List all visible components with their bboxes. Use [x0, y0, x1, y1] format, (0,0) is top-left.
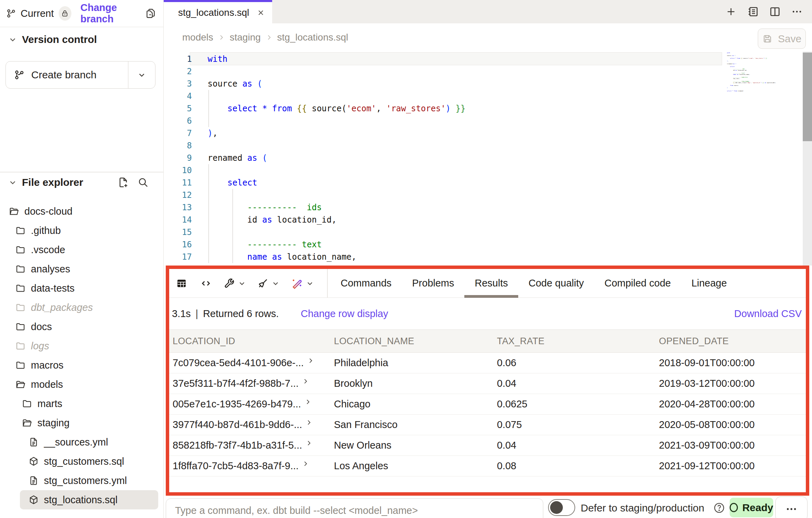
tree-item-.vscode[interactable]: .vscode	[0, 240, 164, 259]
cell-tax_rate: 0.0625	[497, 398, 659, 410]
preview-table-icon[interactable]	[176, 278, 187, 289]
expand-cell-icon[interactable]	[302, 378, 309, 385]
folder-icon	[22, 398, 32, 409]
new-tab-icon[interactable]	[724, 5, 738, 19]
branch-locked-badge	[59, 6, 72, 21]
expand-cell-icon[interactable]	[302, 460, 309, 467]
create-branch-button[interactable]: Create branch	[5, 61, 155, 89]
file-icon	[28, 475, 39, 486]
column-header-opened_date[interactable]: OPENED_DATE	[659, 336, 806, 347]
format-layout-icon[interactable]	[746, 5, 760, 19]
expand-cell-icon[interactable]	[307, 357, 314, 364]
table-row[interactable]: 37e5f311-b7f4-4f2f-988b-7...Brooklyn0.04…	[169, 373, 806, 394]
tree-item-__sources.yml[interactable]: __sources.yml	[0, 432, 164, 452]
chevron-down-icon[interactable]	[271, 279, 280, 288]
table-row[interactable]: 3977f440-b87d-461b-9dd6-...San Francisco…	[169, 415, 806, 435]
column-header-tax_rate[interactable]: TAX_RATE	[497, 336, 659, 347]
close-tab-icon[interactable]	[257, 9, 265, 17]
tree-item-stg_locations.sql[interactable]: stg_locations.sql	[20, 490, 158, 509]
breadcrumb-item[interactable]: stg_locations.sql	[277, 32, 348, 43]
copy-icon[interactable]	[145, 8, 156, 19]
more-options-icon[interactable]	[790, 5, 804, 19]
cell-tax_rate: 0.06	[497, 357, 659, 369]
code-line: ),	[208, 127, 716, 139]
tree-item-label: __sources.yml	[44, 437, 108, 448]
tree-item-docs[interactable]: docs	[0, 317, 164, 336]
version-control-section[interactable]: Version control	[8, 34, 97, 45]
help-icon[interactable]	[713, 502, 725, 514]
breadcrumb-item[interactable]: models	[182, 32, 213, 43]
tree-item-macros[interactable]: macros	[0, 356, 164, 375]
table-row[interactable]: 858218fb-73f7-4b1b-a31f-5...New Orleans0…	[169, 435, 806, 456]
tree-item-marts[interactable]: marts	[0, 394, 164, 413]
code-line: select * from {{ source('ecom', 'raw_sto…	[208, 102, 716, 115]
panel-tab-compiled-code[interactable]: Compiled code	[594, 269, 681, 298]
ready-label: Ready	[742, 502, 773, 514]
chevron-down-icon[interactable]	[238, 279, 246, 288]
new-file-icon[interactable]	[117, 177, 129, 188]
breadcrumb-item[interactable]: staging	[230, 32, 260, 43]
table-row[interactable]: 005e7e1c-1935-4269-b479...Chicago0.06252…	[169, 394, 806, 415]
file-explorer-title: File explorer	[22, 177, 83, 188]
tree-item-analyses[interactable]: analyses	[0, 259, 164, 279]
editor-scrollbar-thumb[interactable]	[803, 53, 812, 141]
search-icon[interactable]	[137, 177, 149, 188]
change-branch-link[interactable]: Change branch	[80, 2, 145, 25]
panel-tab-lineage[interactable]: Lineage	[681, 269, 737, 298]
tree-item-staging[interactable]: staging	[0, 413, 164, 432]
command-input[interactable]	[166, 498, 543, 518]
panel-tab-problems[interactable]: Problems	[402, 269, 465, 298]
column-header-location_id[interactable]: LOCATION_ID	[173, 336, 334, 347]
panel-tab-results[interactable]: Results	[464, 269, 518, 298]
query-elapsed: 3.1s	[172, 308, 191, 319]
expand-cell-icon[interactable]	[305, 440, 312, 447]
chevron-down-icon	[8, 35, 17, 44]
create-branch-dropdown[interactable]	[128, 61, 155, 88]
tree-item-label: staging	[37, 417, 70, 429]
compile-code-icon[interactable]	[200, 278, 212, 289]
download-csv-link[interactable]: Download CSV	[734, 308, 802, 319]
file-explorer-section[interactable]: File explorer	[8, 177, 156, 188]
save-button[interactable]: Save	[758, 29, 806, 49]
change-row-display-link[interactable]: Change row display	[301, 308, 388, 319]
status-more-button[interactable]	[775, 496, 808, 518]
cell-tax_rate: 0.075	[497, 419, 659, 430]
tree-item-label: docs	[31, 321, 52, 333]
editor-scrollbar[interactable]	[803, 52, 812, 266]
ide-status-ready[interactable]: Ready	[730, 498, 773, 517]
chevron-down-icon[interactable]	[306, 279, 314, 288]
save-icon	[762, 34, 773, 44]
format-broom-icon[interactable]	[257, 278, 269, 289]
code-editor[interactable]: 1234567891011121314151617 with source as…	[164, 52, 812, 266]
tree-item-stg_customers.sql[interactable]: stg_customers.sql	[0, 452, 164, 471]
ai-fix-wand-icon[interactable]	[291, 277, 303, 290]
cell-location_name: Brooklyn	[334, 378, 497, 389]
status-bar: Defer to staging/production Ready	[164, 496, 812, 518]
tab-stg-locations[interactable]: stg_locations.sql	[164, 0, 272, 23]
breadcrumb-separator-icon	[266, 34, 272, 41]
build-wrench-icon[interactable]	[223, 278, 235, 289]
tree-item-docs-cloud[interactable]: docs-cloud	[0, 202, 164, 221]
column-header-location_name[interactable]: LOCATION_NAME	[334, 336, 497, 347]
cell-location_name: San Francisco	[334, 419, 497, 430]
cell-opened_date: 2021-03-09T00:00:00	[659, 440, 806, 451]
tree-item-label: marts	[37, 398, 62, 409]
tree-item-models[interactable]: models	[0, 375, 164, 394]
split-editor-icon[interactable]	[768, 5, 782, 19]
defer-toggle[interactable]	[548, 499, 575, 516]
tree-item-logs[interactable]: logs	[0, 336, 164, 356]
tree-item-.github[interactable]: .github	[0, 221, 164, 240]
tree-item-label: stg_locations.sql	[44, 494, 117, 506]
expand-cell-icon[interactable]	[304, 398, 311, 405]
code-content[interactable]: with source as ( select * from {{ source…	[208, 53, 716, 263]
minimap[interactable]: with source as ( select * from {{ source…	[727, 52, 808, 142]
table-row[interactable]: 1f8ffa70-7cb5-4d83-8a7f-9...Los Angeles0…	[169, 456, 806, 476]
tree-item-stg_customers.yml[interactable]: stg_customers.yml	[0, 471, 164, 490]
panel-tab-commands[interactable]: Commands	[330, 269, 402, 298]
expand-cell-icon[interactable]	[305, 419, 312, 426]
tree-item-dbt_packages[interactable]: dbt_packages	[0, 298, 164, 317]
code-line	[208, 90, 716, 102]
table-row[interactable]: 7c079cea-5ed4-4101-906e-...Philadelphia0…	[169, 353, 806, 373]
tree-item-data-tests[interactable]: data-tests	[0, 279, 164, 298]
panel-tab-code-quality[interactable]: Code quality	[518, 269, 594, 298]
